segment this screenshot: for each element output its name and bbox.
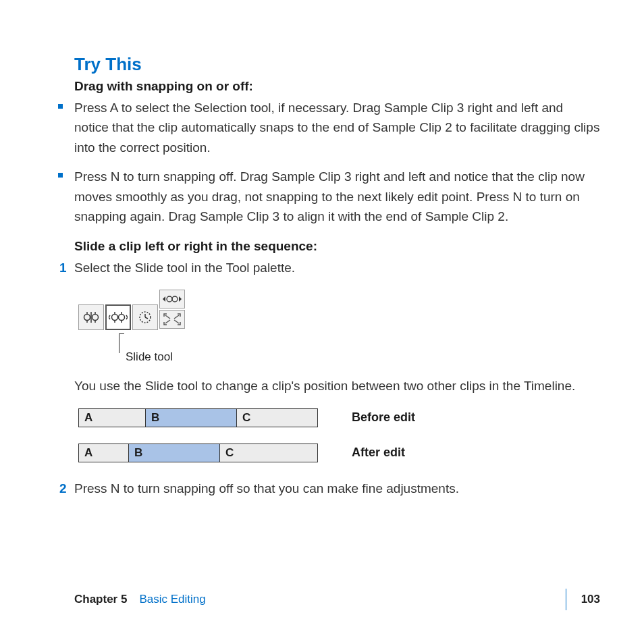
step-text: Press N to turn snapping off so that you… (74, 479, 600, 498)
clip-c: C (220, 444, 318, 462)
slide-tool-description: You use the Slide tool to change a clip'… (74, 376, 600, 396)
expand-tool-icon (159, 310, 185, 329)
tool-palette-figure: Slide tool (78, 290, 600, 364)
clip-b: B (129, 444, 220, 462)
list-item: 2 Press N to turn snapping off so that y… (74, 479, 600, 498)
document-page: Try This Drag with snapping on or off: P… (0, 0, 644, 644)
after-edit-label: After edit (352, 446, 405, 460)
list-item-text: Press A to select the Selection tool, if… (74, 98, 600, 157)
chapter-label: Chapter 5 (74, 593, 127, 606)
square-bullet-icon (58, 173, 63, 178)
palette-column (159, 290, 185, 330)
svg-point-10 (119, 315, 125, 321)
slip-tool-variant-icon (159, 290, 185, 308)
bullet-list: Press A to select the Selection tool, if… (74, 98, 600, 227)
clip-a: A (78, 408, 146, 427)
clip-c: C (237, 408, 318, 427)
numbered-list: 2 Press N to turn snapping off so that y… (74, 479, 600, 498)
svg-point-18 (172, 296, 178, 302)
list-item: 1 Select the Slide tool in the Tool pale… (74, 258, 600, 277)
list-item-text: Press N to turn snapping off. Drag Sampl… (74, 167, 600, 226)
svg-point-7 (112, 315, 118, 321)
step-number: 1 (59, 258, 67, 277)
square-bullet-icon (58, 104, 63, 109)
step-text: Select the Slide tool in the Tool palett… (74, 258, 600, 277)
list-item: Press A to select the Selection tool, if… (58, 98, 600, 157)
try-this-heading: Try This (74, 54, 600, 75)
step-number: 2 (59, 479, 67, 498)
numbered-list: 1 Select the Slide tool in the Tool pale… (74, 258, 600, 277)
diagram-row-after: A B C After edit (78, 444, 600, 462)
svg-line-20 (165, 315, 170, 319)
clip-a: A (78, 444, 129, 462)
diagram-row-before: A B C Before edit (78, 408, 600, 427)
chapter-title: Basic Editing (139, 593, 205, 606)
svg-marker-16 (163, 296, 165, 302)
slide-tool-icon (105, 304, 131, 330)
before-edit-label: Before edit (352, 410, 415, 425)
svg-point-17 (167, 296, 172, 302)
page-footer: Chapter 5 Basic Editing 103 (74, 589, 600, 610)
list-item: Press N to turn snapping off. Drag Sampl… (58, 167, 600, 226)
drag-snapping-subheading: Drag with snapping on or off: (74, 79, 600, 94)
slide-clip-subheading: Slide a clip left or right in the sequen… (74, 239, 600, 254)
page-number: 103 (581, 593, 600, 606)
footer-right: 103 (566, 589, 600, 610)
svg-point-3 (92, 315, 99, 321)
roll-tool-icon (78, 304, 104, 330)
footer-left: Chapter 5 Basic Editing (74, 593, 206, 606)
callout-line (119, 334, 600, 353)
svg-point-0 (84, 315, 90, 321)
slide-diagram: A B C Before edit A B C After edit (78, 408, 600, 462)
svg-line-23 (174, 320, 179, 323)
tool-palette (78, 290, 185, 330)
svg-line-15 (145, 317, 148, 319)
svg-marker-19 (179, 296, 182, 302)
clip-b: B (146, 408, 237, 427)
svg-line-22 (165, 320, 170, 323)
svg-line-21 (174, 315, 179, 319)
callout-tick (119, 333, 124, 334)
footer-separator (566, 589, 566, 610)
time-remap-tool-icon (132, 304, 158, 330)
